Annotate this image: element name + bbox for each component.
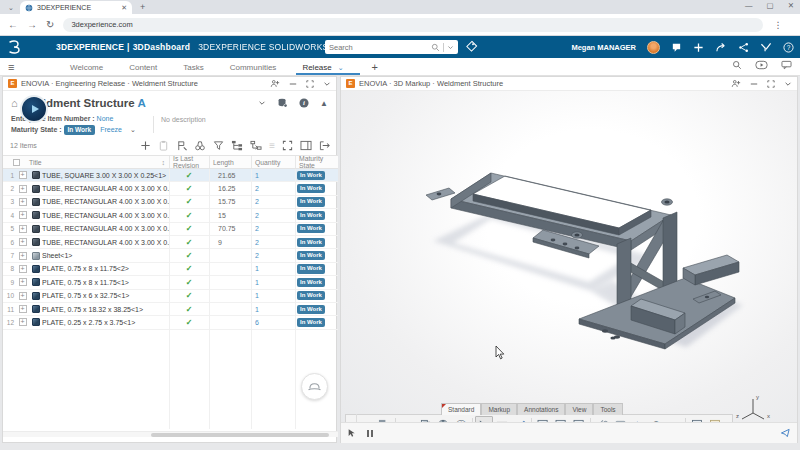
browser-tab[interactable]: 3DEXPERIENCE ✕ xyxy=(20,1,132,14)
home-icon[interactable]: ⌂ xyxy=(11,97,18,109)
title-chevron-icon[interactable] xyxy=(258,99,266,107)
table-row[interactable]: 2+TUBE, RECTANGULAR 4.00 X 3.00 X 0.25<7… xyxy=(3,182,338,195)
table-row[interactable]: 1+TUBE, SQUARE 3.00 X 3.00 X 0.25<1>✓21.… xyxy=(3,169,338,182)
expand-row-icon[interactable]: + xyxy=(19,278,27,286)
row-title[interactable]: TUBE, RECTANGULAR 4.00 X 3.00 X 0.25<6> xyxy=(42,198,169,205)
header-is-last-revision[interactable]: Is Last Revision xyxy=(169,156,209,168)
row-title[interactable]: PLATE, 0.75 x 6 x 32.75<1> xyxy=(42,292,169,299)
header-length[interactable]: Length xyxy=(209,156,251,168)
expand-structure-icon[interactable] xyxy=(250,140,262,151)
expand-row-icon[interactable]: + xyxy=(19,211,27,219)
window-maximize-button[interactable]: ▢ xyxy=(767,1,774,10)
row-quantity[interactable]: 2 xyxy=(251,198,295,205)
row-expand-cell[interactable]: + xyxy=(16,171,29,179)
user-avatar[interactable] xyxy=(647,41,660,54)
add-app-icon[interactable] xyxy=(693,42,704,53)
image-zoom-icon[interactable] xyxy=(570,416,588,422)
table-row[interactable]: 12+PLATE, 0.25 x 2.75 x 3.75<1>✓6In Work xyxy=(3,316,338,329)
markup-tab-tools[interactable]: Tools xyxy=(593,403,622,415)
browser-back-button[interactable]: ← xyxy=(8,19,18,30)
image-settings-icon[interactable] xyxy=(552,416,570,422)
table-row[interactable]: 9+PLATE, 0.75 x 8 x 11.75<1>✓1In Work xyxy=(3,276,338,289)
header-quantity[interactable]: Quantity xyxy=(251,156,295,168)
header-maturity-state[interactable]: Maturity State xyxy=(295,156,338,168)
row-quantity[interactable]: 2 xyxy=(251,225,295,232)
tab-chevron-icon[interactable]: ⌄ xyxy=(338,64,344,71)
row-quantity[interactable]: 2 xyxy=(251,212,295,219)
row-expand-cell[interactable]: + xyxy=(16,185,29,193)
3dcompass[interactable] xyxy=(20,95,48,123)
edit-properties-icon[interactable] xyxy=(176,140,187,151)
browser-forward-button[interactable]: → xyxy=(27,19,37,30)
item-number-value[interactable]: None xyxy=(97,115,114,122)
row-quantity[interactable]: 1 xyxy=(251,292,295,299)
markup-tab-annotations[interactable]: Annotations xyxy=(517,403,565,415)
row-title[interactable]: PLATE, 0.75 x 18.32 x 38.25<1> xyxy=(42,306,169,313)
expand-row-icon[interactable]: + xyxy=(19,318,27,326)
table-row[interactable]: 5+TUBE, RECTANGULAR 4.00 X 3.00 X 0.25<4… xyxy=(3,223,338,236)
markup-tab-markup[interactable]: Markup xyxy=(481,403,517,415)
row-expand-cell[interactable]: + xyxy=(16,305,29,313)
row-title[interactable]: PLATE, 0.75 x 8 x 11.75<2> xyxy=(42,265,169,272)
save-image-icon[interactable] xyxy=(688,416,706,422)
markup-tab-standard[interactable]: Standard xyxy=(441,403,481,415)
pause-icon[interactable] xyxy=(367,430,373,437)
search-icon[interactable] xyxy=(431,43,440,52)
table-row[interactable]: 8+PLATE, 0.75 x 8 x 11.75<2>✓1In Work xyxy=(3,263,338,276)
page-search-icon[interactable] xyxy=(732,60,742,70)
row-expand-cell[interactable]: + xyxy=(16,198,29,206)
maturity-freeze-link[interactable]: Freeze xyxy=(100,126,122,133)
horizontal-scrollbar[interactable] xyxy=(3,431,338,437)
search-input[interactable] xyxy=(329,43,431,52)
paste-markup-icon[interactable] xyxy=(434,416,452,422)
minimize-widget-icon[interactable] xyxy=(750,80,758,88)
window-minimize-button[interactable]: — xyxy=(745,1,753,10)
add-item-icon[interactable] xyxy=(140,140,151,151)
row-title[interactable]: TUBE, SQUARE 3.00 X 3.00 X 0.25<1> xyxy=(42,172,169,179)
row-quantity[interactable]: 1 xyxy=(251,172,295,179)
row-quantity[interactable]: 6 xyxy=(251,319,295,326)
row-title[interactable]: TUBE, RECTANGULAR 4.00 X 3.00 X 0.25<5> xyxy=(42,212,169,219)
share-widget-icon[interactable] xyxy=(270,79,280,88)
add-tab-button[interactable]: + xyxy=(372,61,378,73)
expand-row-icon[interactable]: + xyxy=(19,171,27,179)
expand-row-icon[interactable]: + xyxy=(19,198,27,206)
share-widget-icon[interactable] xyxy=(731,79,741,88)
tab-tasks[interactable]: Tasks xyxy=(181,59,205,75)
table-row[interactable]: 10+PLATE, 0.75 x 6 x 32.75<1>✓1In Work xyxy=(3,290,338,303)
row-title[interactable]: TUBE, RECTANGULAR 4.00 X 3.00 X 0.25<4> xyxy=(42,225,169,232)
table-row[interactable]: 4+TUBE, RECTANGULAR 4.00 X 3.00 X 0.25<5… xyxy=(3,209,338,222)
sort-icon[interactable]: ↕ xyxy=(162,159,166,166)
widget-menu-chevron-icon[interactable] xyxy=(784,80,792,88)
maximize-widget-icon[interactable] xyxy=(767,80,775,88)
address-bar[interactable]: 3dexperience.com xyxy=(63,18,763,32)
assistant-button[interactable] xyxy=(301,373,328,400)
capture-image-icon[interactable] xyxy=(534,416,552,422)
copy-icon[interactable] xyxy=(416,416,434,422)
collapse-section-icon[interactable]: ▲ xyxy=(320,99,328,108)
share-icon[interactable] xyxy=(715,42,727,53)
maximize-widget-icon[interactable] xyxy=(306,80,314,88)
row-title[interactable]: TUBE, RECTANGULAR 4.00 X 3.00 X 0.25<10> xyxy=(42,239,169,246)
toolbar-collapse-icon[interactable]: ⌃ xyxy=(348,414,357,422)
collaboration-database-icon[interactable] xyxy=(277,98,288,108)
row-title[interactable]: PLATE, 0.25 x 2.75 x 3.75<1> xyxy=(42,319,169,326)
row-quantity[interactable]: 1 xyxy=(251,306,295,313)
row-expand-cell[interactable]: + xyxy=(16,238,29,246)
cut-icon[interactable]: ✂ xyxy=(398,416,416,422)
structure-tree-icon[interactable] xyxy=(231,140,243,151)
row-expand-cell[interactable]: + xyxy=(16,225,29,233)
global-search[interactable] xyxy=(325,40,458,54)
row-expand-cell[interactable]: + xyxy=(16,265,29,273)
row-expand-cell[interactable]: + xyxy=(16,211,29,219)
tab-close-icon[interactable]: ✕ xyxy=(121,4,127,12)
tab-content[interactable]: Content xyxy=(127,59,159,75)
info-icon[interactable]: i xyxy=(299,98,309,108)
fullscreen-icon[interactable] xyxy=(282,140,293,151)
row-expand-cell[interactable]: + xyxy=(16,278,29,286)
filter-icon[interactable] xyxy=(213,140,224,151)
fly-mode-icon[interactable] xyxy=(780,428,791,438)
row-expand-cell[interactable]: + xyxy=(16,318,29,326)
header-title[interactable]: Title xyxy=(29,159,42,166)
row-quantity[interactable]: 2 xyxy=(251,239,295,246)
